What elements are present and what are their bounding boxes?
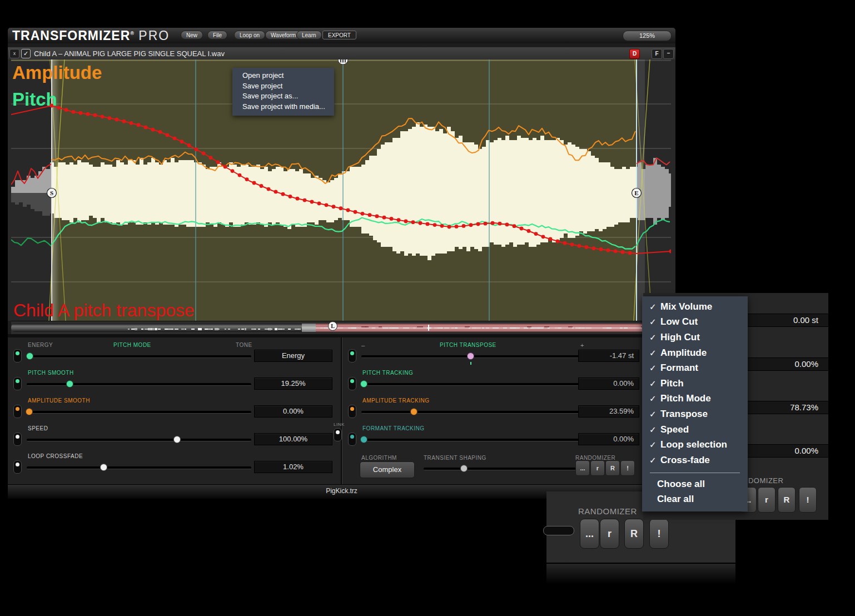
pitch-transpose-slider[interactable]	[361, 355, 585, 358]
transpose-point[interactable]	[238, 173, 242, 177]
loop-marker[interactable]: L	[328, 321, 337, 331]
amplitude-smooth-slider[interactable]	[27, 411, 251, 414]
waveform-canvas[interactable]: SE	[11, 59, 671, 321]
menu-item-formant[interactable]: ✓Formant	[642, 360, 748, 376]
overview-scrollbar[interactable]: L	[11, 321, 671, 334]
transpose-point[interactable]	[223, 165, 227, 168]
amplitude-tracking-knob[interactable]	[410, 408, 417, 415]
pitch-tracking-knob[interactable]	[360, 380, 367, 388]
randomizer-small-button[interactable]: r	[600, 519, 619, 549]
transpose-point[interactable]	[166, 133, 170, 137]
loop-crossfade-value[interactable]: 1.02%	[254, 461, 332, 473]
randomizer-apply-button[interactable]: !	[649, 519, 669, 549]
transpose-point[interactable]	[202, 151, 206, 155]
transpose-point[interactable]	[122, 120, 126, 123]
transpose-point[interactable]	[440, 224, 444, 228]
transpose-point[interactable]	[419, 221, 422, 225]
transpose-point[interactable]	[180, 140, 184, 143]
formant-tracking-value[interactable]: 0.00%	[578, 433, 639, 445]
pitch-tracking-toggle[interactable]	[348, 377, 356, 390]
pitch-tracking-value[interactable]: 0.00%	[578, 377, 639, 390]
pitch-tracking-slider[interactable]	[361, 383, 585, 386]
transpose-point[interactable]	[455, 225, 459, 228]
menu-item-amplitude[interactable]: ✓Amplitude	[642, 345, 748, 361]
transpose-point[interactable]	[491, 221, 495, 225]
loop-on-button[interactable]: Loop on	[234, 31, 265, 39]
transpose-point[interactable]	[137, 123, 141, 127]
transpose-point[interactable]	[325, 203, 329, 207]
transpose-point[interactable]	[93, 113, 97, 117]
menu-item-clear-all[interactable]: Clear all	[642, 491, 748, 507]
transpose-point[interactable]	[556, 240, 560, 244]
pitch-transpose-knob[interactable]	[467, 352, 474, 360]
menu-item-speed[interactable]: ✓Speed	[642, 422, 748, 438]
speed-value[interactable]: 100.00%	[254, 433, 332, 445]
transpose-point[interactable]	[274, 190, 278, 194]
randomizer-small-button[interactable]: r	[590, 460, 605, 476]
transpose-point[interactable]	[426, 222, 430, 226]
transpose-point[interactable]	[130, 121, 133, 125]
transpose-point[interactable]	[390, 217, 394, 221]
menu-item-cross-fade[interactable]: ✓Cross-fade	[642, 453, 748, 468]
menu-item-mix-volume[interactable]: ✓Mix Volume	[642, 299, 748, 315]
pitch-smooth-value[interactable]: 19.25%	[254, 377, 332, 390]
transpose-point[interactable]	[144, 126, 148, 130]
transpose-point[interactable]	[158, 130, 162, 134]
learn-button[interactable]: Learn	[296, 31, 322, 39]
transpose-point[interactable]	[267, 187, 271, 191]
transpose-point[interactable]	[534, 232, 538, 236]
transpose-point[interactable]	[397, 218, 401, 222]
transpose-point[interactable]	[252, 181, 256, 185]
transient-shaping-knob[interactable]	[460, 465, 468, 472]
transpose-point[interactable]	[289, 195, 292, 198]
transpose-point[interactable]	[549, 237, 553, 241]
menu-item-loop-selection[interactable]: ✓Loop selection	[642, 437, 748, 453]
loop-crossfade-slider[interactable]	[27, 466, 251, 469]
transpose-point[interactable]	[310, 200, 314, 204]
transpose-point[interactable]	[578, 244, 581, 248]
transpose-point[interactable]	[296, 197, 300, 201]
export-button[interactable]: EXPORT	[322, 31, 356, 39]
pitch-smooth-slider[interactable]	[27, 383, 251, 386]
pitch-mode-slider[interactable]	[27, 355, 251, 358]
transpose-point[interactable]	[411, 220, 415, 224]
amplitude-tracking-slider[interactable]	[361, 411, 585, 414]
speed-toggle[interactable]	[13, 433, 22, 446]
randomizer-small-button[interactable]: r	[758, 487, 776, 513]
pitch-mode-value[interactable]: Energy	[254, 350, 332, 362]
transpose-point[interactable]	[361, 212, 365, 216]
amplitude-smooth-toggle[interactable]	[13, 405, 22, 418]
pitch-mode-knob[interactable]	[26, 352, 33, 360]
loop-crossfade-toggle[interactable]	[13, 460, 22, 474]
f-button[interactable]: F	[652, 49, 662, 59]
transpose-point[interactable]	[187, 143, 191, 147]
transpose-point[interactable]	[86, 112, 90, 116]
randomizer-big-button[interactable]: R	[605, 460, 620, 476]
randomizer-options-button[interactable]: ...	[575, 460, 590, 476]
formant-tracking-toggle[interactable]	[348, 433, 356, 446]
transpose-point[interactable]	[173, 136, 177, 140]
transpose-point[interactable]	[64, 108, 68, 112]
amplitude-smooth-value[interactable]: 0.00%	[254, 405, 332, 418]
transpose-point[interactable]	[614, 249, 618, 253]
transpose-point[interactable]	[607, 249, 610, 252]
transpose-point[interactable]	[570, 242, 574, 246]
file-button[interactable]: File	[207, 31, 227, 39]
amplitude-tracking-toggle[interactable]	[348, 405, 356, 418]
transpose-point[interactable]	[216, 160, 220, 164]
transpose-point[interactable]	[57, 106, 61, 110]
transpose-point[interactable]	[339, 206, 343, 210]
transpose-point[interactable]	[476, 222, 480, 226]
transpose-point[interactable]	[433, 223, 437, 227]
selection-end-marker[interactable]: E	[632, 188, 642, 198]
amplitude-smooth-knob[interactable]	[26, 408, 33, 415]
speed-slider[interactable]	[27, 439, 251, 441]
close-track-button[interactable]: x	[9, 49, 19, 58]
minimize-button[interactable]: –	[663, 49, 674, 59]
transpose-point[interactable]	[498, 222, 502, 226]
zoom-level-button[interactable]: 125%	[623, 31, 672, 41]
overview-bar[interactable]	[11, 324, 316, 332]
transpose-point[interactable]	[563, 241, 567, 245]
transpose-point[interactable]	[527, 229, 531, 233]
transpose-point[interactable]	[448, 225, 451, 229]
